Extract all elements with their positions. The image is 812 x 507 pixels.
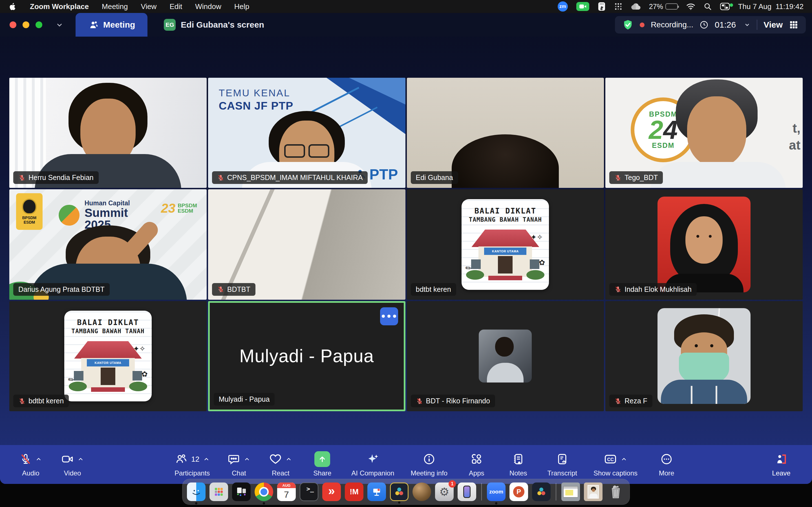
dock-terminal-icon[interactable]: >_ — [300, 483, 318, 501]
dock-chrome-icon[interactable] — [255, 483, 273, 501]
battery-icon — [665, 3, 678, 10]
name-label: Reza F — [609, 395, 652, 407]
show-captions-button[interactable]: CC Show captions — [594, 452, 638, 477]
video-tile-indah[interactable]: Indah Elok Mukhlisah — [605, 189, 803, 299]
tab-meeting[interactable]: Meeting — [75, 13, 147, 37]
dock-trash-icon[interactable] — [606, 483, 625, 501]
meeting-timer[interactable]: 01:26 — [715, 20, 736, 30]
video-tile-herru[interactable]: Herru Sendia Febian — [9, 78, 207, 188]
menu-view[interactable]: View — [141, 2, 157, 11]
battery-indicator[interactable]: 27% — [649, 3, 678, 11]
view-menu-label[interactable]: View — [763, 20, 783, 30]
video-tile-bdtbt-keren-2[interactable]: BALAI DIKLAT TAMBANG BAWAH TANAH KANTOR … — [9, 301, 207, 411]
audio-button[interactable]: Audio — [18, 452, 43, 477]
participant-name: BDT - Riko Firnando — [426, 397, 490, 405]
leave-button[interactable]: Leave — [769, 452, 794, 477]
notes-button[interactable]: Notes — [506, 452, 531, 477]
dock-calendar-icon[interactable]: AUG 7 — [277, 483, 296, 501]
camera-active-icon[interactable] — [576, 2, 589, 11]
video-tile-bdtbt[interactable]: BDTBT — [208, 189, 405, 299]
screen-mirroring-icon[interactable] — [598, 2, 606, 11]
menu-bar: Zoom Workplace Meeting View Edit Window … — [0, 0, 812, 13]
minimize-button[interactable] — [22, 21, 29, 28]
transcript-icon — [556, 453, 568, 465]
control-center-icon[interactable] — [720, 3, 730, 10]
video-camera-icon — [61, 453, 73, 465]
menu-edit[interactable]: Edit — [169, 2, 182, 11]
window-controls — [0, 13, 42, 37]
react-options-caret[interactable] — [286, 456, 292, 462]
dock-davinci-resolve-icon[interactable] — [390, 483, 409, 501]
more-ellipsis-icon — [660, 453, 673, 465]
zoom-status-icon[interactable]: zm — [558, 1, 568, 11]
mic-muted-icon — [20, 453, 32, 465]
wifi-icon[interactable] — [686, 3, 695, 10]
dock-powerpoint-icon[interactable]: P — [509, 483, 528, 501]
m-app-glyph: !M — [350, 488, 358, 496]
dock-iphone-mirroring-icon[interactable] — [458, 483, 476, 501]
security-shield-icon[interactable] — [622, 19, 633, 31]
muted-mic-icon — [614, 174, 622, 181]
video-tile-riko[interactable]: BDT - Riko Firnando — [407, 301, 604, 411]
dock-red-diamond-app-icon[interactable]: » — [322, 483, 341, 501]
dock-sphere-app-icon[interactable] — [412, 483, 431, 501]
dock-minimized-window-1[interactable] — [561, 483, 580, 501]
recording-label[interactable]: Recording... — [651, 20, 693, 29]
cloud-storage-icon[interactable] — [631, 3, 641, 10]
menubar-app-name[interactable]: Zoom Workplace — [30, 2, 89, 11]
chat-options-caret[interactable] — [244, 456, 250, 462]
muted-mic-icon — [614, 397, 622, 405]
captions-options-caret[interactable] — [621, 456, 627, 462]
menu-window[interactable]: Window — [195, 2, 221, 11]
close-button[interactable] — [10, 21, 16, 28]
menubar-clock[interactable]: Thu 7 Aug 11:19:42 — [738, 2, 804, 11]
tab-shared-screen-label: Edi Gubana's screen — [181, 20, 264, 30]
video-tile-edi[interactable]: Edi Gubana — [407, 78, 604, 188]
dock-minimized-window-2[interactable] — [584, 483, 603, 501]
video-tile-tego[interactable]: BPSDM 2 4 ESDM t, at Tego_BDT — [605, 78, 803, 188]
apps-grid-icon[interactable] — [614, 2, 622, 11]
video-tile-bdtbt-keren-1[interactable]: BALAI DIKLAT TAMBANG BAWAH TANAH KANTOR … — [407, 189, 604, 299]
dock-zoom-icon[interactable]: zoom — [487, 483, 506, 501]
dock-red-m-app-icon[interactable]: !M — [345, 483, 363, 501]
name-label: bdtbt keren — [13, 395, 69, 407]
tile-more-options-button[interactable] — [380, 307, 398, 325]
participants-options-caret[interactable] — [203, 456, 209, 462]
more-button[interactable]: More — [654, 452, 679, 477]
dock-davinci-resolve-2-icon[interactable] — [532, 483, 551, 501]
video-button[interactable]: Video — [60, 452, 85, 477]
tab-shared-screen[interactable]: EG Edi Gubana's screen — [151, 13, 276, 37]
share-button[interactable]: Share — [310, 452, 335, 477]
apps-button[interactable]: Apps — [464, 452, 489, 477]
dock-window-manager-icon[interactable] — [232, 483, 251, 501]
dock-keynote-icon[interactable] — [367, 483, 386, 501]
timer-chevron-down-icon[interactable] — [744, 21, 751, 28]
ai-companion-button[interactable]: AI Companion — [351, 452, 394, 477]
dock-finder-icon[interactable] — [187, 483, 206, 501]
video-tile-reza[interactable]: Reza F — [605, 301, 803, 411]
view-grid-icon[interactable] — [789, 20, 799, 30]
participant-name: BDTBT — [227, 285, 250, 293]
menu-help[interactable]: Help — [234, 2, 249, 11]
video-label: Video — [64, 469, 81, 477]
video-tile-darius[interactable]: BPSDM ESDM Human Capital Summit 2025 23 … — [9, 189, 207, 299]
participants-button[interactable]: 12 Participants — [174, 452, 210, 477]
video-tile-mulyadi-active-speaker[interactable]: Mulyadi - Papua Mulyadi - Papua — [208, 301, 405, 411]
spotlight-search-icon[interactable] — [704, 3, 712, 10]
video-tile-imam[interactable]: TEMU KENAL CASN JF PTP PTP CPNS_BPSDM_IM… — [208, 78, 405, 188]
video-options-caret[interactable] — [78, 456, 84, 462]
dock-launchpad-icon[interactable] — [209, 483, 228, 501]
transcript-button[interactable]: Transcript — [547, 452, 577, 477]
audio-options-caret[interactable] — [36, 456, 42, 462]
notes-icon — [512, 453, 524, 465]
meeting-info-button[interactable]: Meeting info — [410, 452, 448, 477]
menu-meeting[interactable]: Meeting — [102, 2, 128, 11]
chat-button[interactable]: Chat — [226, 452, 252, 477]
tabs-chevron-down-icon[interactable] — [56, 13, 63, 37]
dock-system-settings-icon[interactable]: ⚙ 1 — [435, 483, 454, 501]
apple-menu-icon[interactable] — [8, 2, 17, 11]
more-label: More — [659, 469, 674, 477]
fullscreen-button[interactable] — [36, 21, 42, 28]
muted-mic-icon — [217, 174, 224, 181]
react-button[interactable]: React — [268, 452, 293, 477]
